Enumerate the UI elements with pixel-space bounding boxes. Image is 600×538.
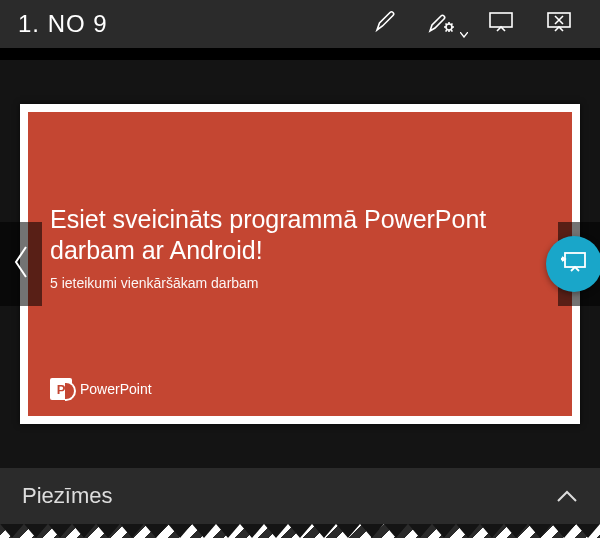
slide-title: Esiet sveicināts programmā PowerPont dar… [50, 204, 550, 265]
notes-label: Piezīmes [22, 483, 112, 509]
torn-edge-decoration [0, 524, 600, 538]
screen-icon [488, 10, 514, 38]
screen-x-icon [546, 10, 572, 38]
toolbar: 1. NO 9 [0, 0, 600, 48]
svg-rect-3 [565, 253, 585, 267]
present-button[interactable] [472, 0, 530, 48]
presenter-view-fab[interactable] [546, 236, 600, 292]
chevron-up-icon [556, 483, 578, 509]
slide-canvas[interactable]: Esiet sveicināts programmā PowerPont dar… [20, 104, 580, 424]
brand-label: PowerPoint [80, 381, 152, 397]
slide-stage: Esiet sveicināts programmā PowerPont dar… [0, 48, 600, 468]
presenter-screen-icon [559, 249, 589, 279]
slide-counter: 1. NO 9 [18, 10, 108, 38]
ink-settings-button[interactable] [414, 0, 472, 48]
chevron-left-icon [13, 245, 29, 283]
notes-panel-header[interactable]: Piezīmes [0, 468, 600, 524]
end-show-button[interactable] [530, 0, 588, 48]
pen-gear-icon [428, 10, 458, 38]
pen-icon [373, 10, 397, 38]
slide-content: Esiet sveicināts programmā PowerPont dar… [28, 112, 572, 416]
powerpoint-logo-icon: P [50, 378, 72, 400]
brand-block: P PowerPoint [50, 378, 152, 400]
svg-rect-1 [490, 13, 512, 27]
pen-button[interactable] [356, 0, 414, 48]
slide-subtitle: 5 ieteikumi vienkāršākam darbam [50, 275, 550, 291]
chevron-down-icon [460, 24, 468, 42]
prev-slide-button[interactable] [0, 222, 42, 306]
app-root: 1. NO 9 [0, 0, 600, 538]
